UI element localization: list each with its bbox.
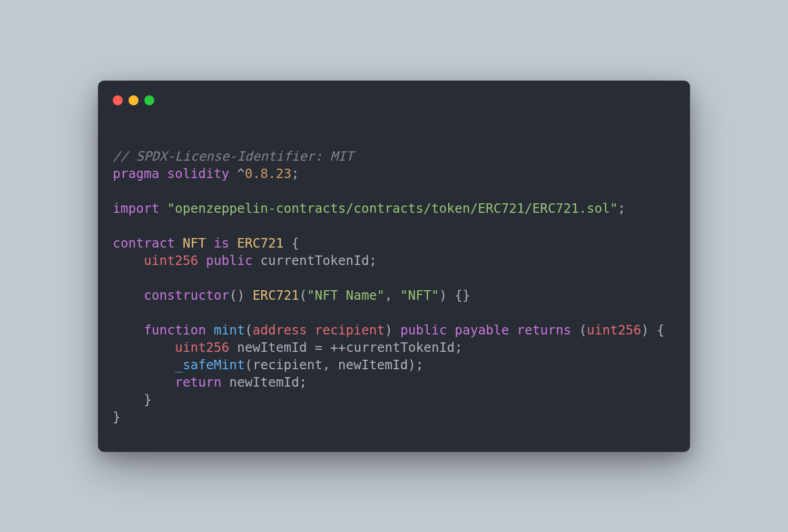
code-window: // SPDX-License-Identifier: MIT pragma s… xyxy=(98,81,690,452)
code-keyword: public xyxy=(206,253,253,268)
code-type: uint256 xyxy=(144,253,198,268)
code-indent xyxy=(113,357,175,372)
code-punct: } xyxy=(144,392,152,407)
code-space xyxy=(447,322,455,338)
code-number: 0.8.23 xyxy=(245,166,292,181)
code-type-name: ERC721 xyxy=(253,288,300,303)
code-ident: newItemId xyxy=(338,357,408,372)
code-punct: ( xyxy=(299,288,307,303)
code-space xyxy=(160,201,168,216)
code-punct: ( xyxy=(571,322,587,338)
code-ident: newItemId xyxy=(237,340,307,355)
code-keyword: returns xyxy=(517,322,571,338)
code-space xyxy=(509,322,517,338)
code-ident: currentTokenId xyxy=(260,253,369,268)
code-op: = xyxy=(315,340,323,355)
code-type: uint256 xyxy=(587,322,641,338)
code-space xyxy=(229,340,237,355)
code-block: // SPDX-License-Identifier: MIT pragma s… xyxy=(113,147,675,426)
code-type: address xyxy=(253,322,307,338)
code-param: recipient xyxy=(315,322,385,338)
code-keyword: contract xyxy=(113,235,175,251)
code-keyword: is xyxy=(214,235,230,251)
code-punct: } xyxy=(113,409,121,425)
code-keyword: public xyxy=(400,322,447,338)
code-punct: ) { xyxy=(641,322,664,338)
code-keyword: pragma xyxy=(113,166,160,181)
code-ident: currentTokenId xyxy=(346,340,455,355)
code-punct: , xyxy=(385,288,400,303)
maximize-icon[interactable] xyxy=(144,95,154,105)
code-ident: recipient xyxy=(253,357,323,372)
code-type: uint256 xyxy=(175,340,229,355)
code-ident: newItemId xyxy=(229,375,299,390)
code-keyword: constructor xyxy=(144,288,229,303)
code-punct: ( xyxy=(245,322,253,338)
code-keyword: function xyxy=(144,322,206,338)
code-string: "NFT Name" xyxy=(307,288,385,303)
code-space xyxy=(222,375,230,390)
code-punct: ( xyxy=(245,357,253,372)
code-func-name: _safeMint xyxy=(175,357,245,372)
code-punct: ; xyxy=(455,340,462,355)
code-indent xyxy=(113,375,175,390)
close-icon[interactable] xyxy=(113,95,123,105)
code-func-name: mint xyxy=(214,322,245,338)
code-op: ^ xyxy=(237,166,245,181)
code-indent xyxy=(113,322,144,338)
window-titlebar xyxy=(113,95,675,105)
code-keyword: return xyxy=(175,375,222,390)
code-indent xyxy=(113,392,144,407)
code-space xyxy=(307,340,315,355)
code-op: ++ xyxy=(330,340,346,355)
code-punct: ; xyxy=(291,166,299,181)
code-punct: ; xyxy=(618,201,626,216)
minimize-icon[interactable] xyxy=(129,95,139,105)
code-comment: // SPDX-License-Identifier: MIT xyxy=(113,149,353,164)
code-keyword: solidity xyxy=(167,166,229,181)
code-punct: { xyxy=(284,235,300,251)
code-string: "openzeppelin-contracts/contracts/token/… xyxy=(167,201,618,216)
code-punct: ; xyxy=(369,253,377,268)
code-punct: ; xyxy=(299,375,307,390)
code-indent xyxy=(113,288,144,303)
code-punct: ) xyxy=(385,322,400,338)
code-punct: ) {} xyxy=(439,288,470,303)
code-punct: ); xyxy=(408,357,424,372)
code-keyword: import xyxy=(113,201,160,216)
code-space xyxy=(322,340,330,355)
code-type-name: ERC721 xyxy=(237,235,284,251)
code-punct: , xyxy=(322,357,338,372)
code-space xyxy=(307,322,315,338)
code-type-name: NFT xyxy=(183,235,206,251)
code-indent xyxy=(113,340,175,355)
code-punct: () xyxy=(229,288,252,303)
code-keyword: payable xyxy=(455,322,509,338)
code-indent xyxy=(113,253,144,268)
code-string: "NFT" xyxy=(400,288,439,303)
